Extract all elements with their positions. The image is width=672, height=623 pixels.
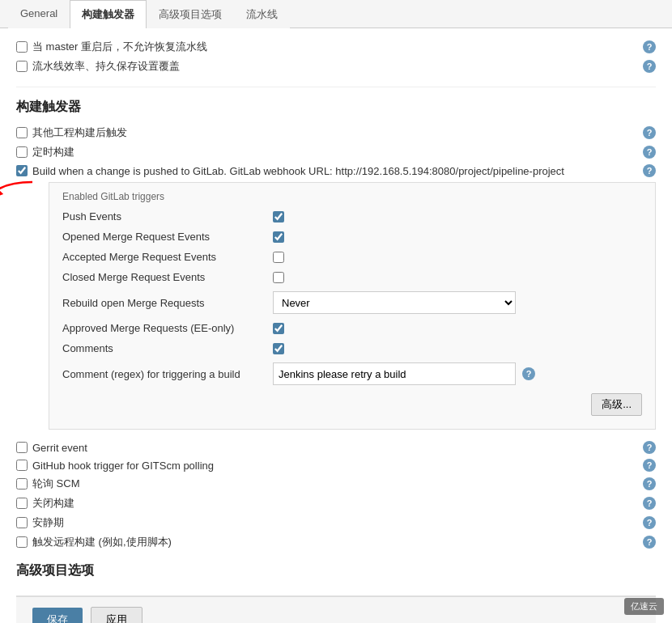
bottom-checkbox-row-6: 触发远程构建 (例如,使用脚本) ? (16, 535, 656, 549)
apply-button[interactable]: 应用 (91, 607, 142, 623)
main-content: 当 master 重启后，不允许恢复流水线 ? 流水线效率、持久保存设置覆盖 ?… (0, 28, 672, 623)
save-button[interactable]: 保存 (32, 608, 83, 623)
rebuild-mr-label: Rebuild open Merge Requests (62, 297, 273, 309)
trigger-label-1: 其他工程构建后触发 (32, 125, 127, 140)
trigger-label-2: 定时构建 (32, 145, 74, 159)
help-icon-trigger-3[interactable]: ? (643, 164, 656, 177)
top-checkbox-row-2: 流水线效率、持久保存设置覆盖 ? (16, 59, 656, 74)
tab-build-triggers[interactable]: 构建触发器 (70, 0, 147, 28)
tab-advanced-options[interactable]: 高级项目选项 (147, 0, 234, 28)
close-build-label: 关闭构建 (32, 496, 74, 511)
help-icon-scm[interactable]: ? (643, 477, 656, 490)
gitlab-trigger-push: Push Events (62, 210, 642, 222)
gitlab-trigger-comment-regex: Comment (regex) for triggering a build ? (62, 362, 642, 385)
tab-general[interactable]: General (8, 0, 70, 28)
quiet-period-label: 安静期 (32, 515, 64, 530)
bottom-checkbox-row-5: 安静期 ? (16, 515, 656, 530)
tabs-bar: General 构建触发器 高级项目选项 流水线 (0, 0, 672, 28)
gerrit-event-label: Gerrit event (32, 442, 87, 454)
gitlab-trigger-closed-mr: Closed Merge Request Events (62, 271, 642, 283)
footer-bar: 保存 应用 (16, 595, 656, 623)
approved-mr-checkbox[interactable] (273, 323, 284, 334)
gerrit-event-checkbox[interactable] (16, 442, 28, 453)
poll-scm-checkbox[interactable] (16, 478, 28, 490)
help-icon-gerrit[interactable]: ? (643, 441, 656, 454)
section-title-triggers: 构建触发器 (16, 99, 656, 116)
page-container: General 构建触发器 高级项目选项 流水线 当 master 重启后，不允… (0, 0, 672, 623)
help-icon-2[interactable]: ? (643, 60, 656, 73)
accepted-mr-label: Accepted Merge Request Events (62, 251, 273, 263)
help-icon-remote[interactable]: ? (643, 536, 656, 549)
bottom-checkbox-row-4: 关闭构建 ? (16, 496, 656, 511)
remote-build-checkbox[interactable] (16, 536, 28, 548)
closed-mr-checkbox[interactable] (273, 272, 284, 283)
comment-regex-input[interactable] (273, 362, 516, 385)
gitlab-trigger-approved-mr: Approved Merge Requests (EE-only) (62, 322, 642, 334)
trigger-checkbox-1[interactable] (16, 127, 28, 138)
trigger-row-1: 其他工程构建后触发 ? (16, 125, 656, 140)
help-icon-close-build[interactable]: ? (643, 497, 656, 510)
gitlab-block: Enabled GitLab triggers Push Events Open… (49, 182, 656, 430)
accepted-mr-checkbox[interactable] (273, 252, 284, 263)
advanced-section-title: 高级项目选项 (16, 562, 656, 579)
comments-label: Comments (62, 342, 273, 354)
gitlab-trigger-opened-mr: Opened Merge Request Events (62, 231, 642, 243)
advanced-button-row: 高级... (62, 393, 642, 416)
bottom-checkbox-row-3: 轮询 SCM ? (16, 477, 656, 491)
comment-regex-label: Comment (regex) for triggering a build (62, 368, 273, 380)
opened-mr-label: Opened Merge Request Events (62, 231, 273, 243)
help-icon-trigger-2[interactable]: ? (643, 146, 656, 159)
trigger-label-3: Build when a change is pushed to GitLab.… (32, 165, 564, 177)
trigger-row-3: Build when a change is pushed to GitLab.… (16, 164, 656, 177)
top-checkbox-2[interactable] (16, 61, 28, 72)
gitlab-trigger-comments: Comments (62, 342, 642, 354)
help-icon-1[interactable]: ? (643, 40, 656, 53)
push-events-label: Push Events (62, 210, 273, 222)
top-checkbox-row-1: 当 master 重启后，不允许恢复流水线 ? (16, 40, 656, 54)
close-build-checkbox[interactable] (16, 498, 28, 509)
gitlab-trigger-rebuild-mr: Rebuild open Merge Requests Never On pus… (62, 291, 642, 314)
trigger-checkbox-2[interactable] (16, 146, 28, 158)
gitlab-trigger-accepted-mr: Accepted Merge Request Events (62, 251, 642, 263)
top-checkbox-1[interactable] (16, 41, 28, 53)
approved-mr-label: Approved Merge Requests (EE-only) (62, 322, 273, 334)
github-hook-label: GitHub hook trigger for GITScm polling (32, 460, 214, 472)
closed-mr-label: Closed Merge Request Events (62, 271, 273, 283)
red-arrow-annotation (0, 178, 36, 210)
top-checkbox-2-label: 流水线效率、持久保存设置覆盖 (32, 59, 180, 74)
help-icon-quiet[interactable]: ? (643, 516, 656, 529)
github-hook-checkbox[interactable] (16, 460, 28, 471)
help-icon-comment-regex[interactable]: ? (522, 367, 535, 380)
bottom-checkbox-row-1: Gerrit event ? (16, 441, 656, 454)
tab-pipeline[interactable]: 流水线 (234, 0, 290, 28)
enabled-label-row: Enabled GitLab triggers (62, 191, 642, 202)
help-icon-trigger-1[interactable]: ? (643, 126, 656, 139)
bottom-section: Gerrit event ? GitHub hook trigger for G… (16, 441, 656, 549)
trigger-row-2: 定时构建 ? (16, 145, 656, 159)
push-events-checkbox[interactable] (273, 211, 284, 222)
top-section: 当 master 重启后，不允许恢复流水线 ? 流水线效率、持久保存设置覆盖 ? (16, 40, 656, 87)
remote-build-label: 触发远程构建 (例如,使用脚本) (32, 535, 172, 549)
quiet-period-checkbox[interactable] (16, 517, 28, 528)
top-checkbox-1-label: 当 master 重启后，不允许恢复流水线 (32, 40, 207, 54)
help-icon-github[interactable]: ? (643, 459, 656, 472)
bottom-checkbox-row-2: GitHub hook trigger for GITScm polling ? (16, 459, 656, 472)
comments-checkbox[interactable] (273, 343, 284, 354)
watermark: 亿速云 (624, 598, 664, 615)
opened-mr-checkbox[interactable] (273, 231, 284, 243)
advanced-button[interactable]: 高级... (591, 393, 642, 416)
poll-scm-label: 轮询 SCM (32, 477, 80, 491)
trigger-checkbox-3[interactable] (16, 165, 28, 176)
enabled-gitlab-label: Enabled GitLab triggers (62, 191, 164, 202)
rebuild-mr-select[interactable]: Never On push to source branch On push t… (273, 291, 516, 314)
